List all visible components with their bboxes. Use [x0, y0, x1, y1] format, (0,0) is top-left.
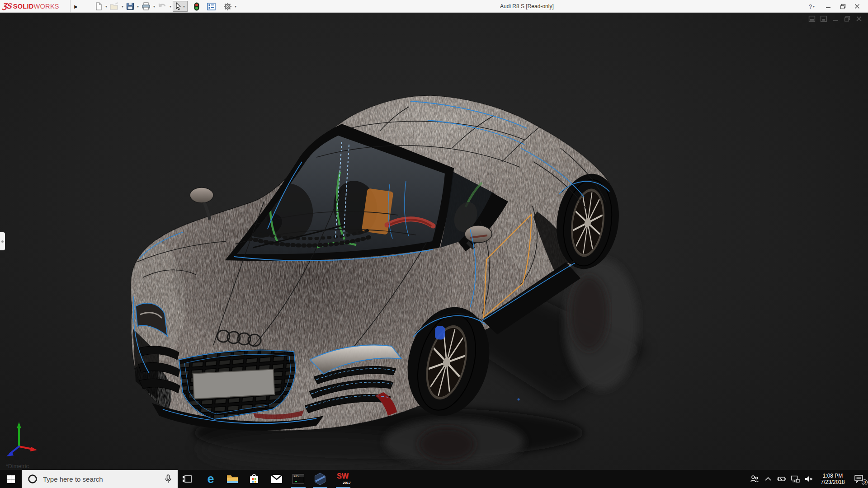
display-pane-icon [207, 3, 216, 10]
document-window-controls [808, 15, 863, 22]
hexagon-app-button[interactable] [310, 470, 330, 488]
command-prompt-icon: C:\_ [292, 474, 304, 484]
options-button[interactable] [222, 1, 233, 12]
open-caret[interactable]: ▾ [122, 5, 123, 9]
search-input[interactable] [42, 475, 151, 483]
options-caret[interactable]: ▾ [235, 5, 236, 9]
open-folder-icon [110, 2, 119, 10]
window-title: Audi R8 S [Read-only] [500, 0, 554, 13]
quick-toolbar: ▾ ▾ ▾ ▾ ▾ [93, 0, 238, 13]
volume-muted-icon [804, 475, 813, 483]
save-floppy-icon [126, 2, 134, 10]
tray-overflow-button[interactable] [761, 470, 775, 488]
toolbar-expand-arrow[interactable]: ▶ [72, 0, 80, 13]
undo-button[interactable] [156, 1, 168, 12]
new-document-button[interactable] [93, 1, 104, 12]
close-button[interactable] [851, 0, 863, 13]
edge-icon: e [207, 473, 214, 485]
open-button[interactable] [108, 1, 120, 12]
undo-caret[interactable]: ▾ [170, 5, 171, 9]
clock-date: 7/23/2018 [816, 479, 850, 485]
traffic-light-icon [194, 2, 199, 11]
print-caret[interactable]: ▾ [153, 5, 155, 9]
windows-taskbar: e C:\_ [0, 470, 868, 488]
file-explorer-button[interactable] [222, 470, 242, 488]
command-prompt-button[interactable]: C:\_ [288, 470, 308, 488]
close-icon [854, 4, 860, 9]
task-view-icon [182, 474, 193, 484]
close-doc-icon[interactable] [855, 15, 863, 22]
display-pane-button[interactable] [206, 1, 217, 12]
store-icon [249, 474, 259, 484]
solidworks-2017-icon: SW 2017 [336, 472, 350, 486]
view-orientation-label: *Dimetric [6, 463, 29, 469]
graphics-viewport[interactable]: *Dimetric [0, 13, 868, 470]
minimize-icon [826, 4, 831, 9]
mail-button[interactable] [267, 470, 287, 488]
action-center-button[interactable]: 3 [850, 470, 868, 488]
left-mirror [190, 188, 213, 220]
minimize-button[interactable] [822, 0, 835, 13]
save-button[interactable] [125, 1, 136, 12]
battery-button[interactable] [775, 470, 788, 488]
undo-icon [158, 2, 167, 10]
orientation-triad [4, 420, 39, 462]
rebuild-button[interactable] [193, 1, 201, 12]
taskbar-clock[interactable]: 1:08 PM 7/23/2018 [816, 473, 850, 485]
restore-icon [840, 4, 846, 9]
select-cursor-icon [174, 2, 182, 10]
print-button[interactable] [140, 1, 152, 12]
notification-badge: 3 [862, 479, 868, 485]
system-tray: 1:08 PM 7/23/2018 3 [748, 470, 868, 488]
brake-caliper [435, 326, 445, 340]
store-button[interactable] [244, 470, 264, 488]
network-icon [791, 475, 800, 483]
car-model-audi-r8 [0, 13, 868, 470]
windows-logo-icon [7, 475, 15, 483]
taskbar-search[interactable] [22, 470, 178, 488]
pane-right-icon[interactable] [820, 15, 827, 22]
license-plate [193, 369, 275, 399]
battery-charging-icon [777, 476, 787, 482]
select-caret[interactable]: ▾ [183, 5, 185, 9]
people-icon [750, 475, 759, 483]
restore-button[interactable] [836, 0, 849, 13]
window-controls: ? ▾ [805, 0, 863, 13]
minimize-doc-icon[interactable] [832, 15, 839, 22]
people-button[interactable] [748, 470, 761, 488]
microphone-icon[interactable] [164, 474, 172, 483]
cortana-icon [28, 474, 38, 484]
new-caret[interactable]: ▾ [105, 5, 107, 9]
restore-doc-icon[interactable] [844, 15, 851, 22]
feature-panel-flyout-tab[interactable] [0, 232, 5, 250]
help-button[interactable]: ? ▾ [805, 0, 820, 13]
mail-icon [271, 474, 283, 483]
new-document-icon [94, 2, 103, 10]
pane-left-icon[interactable] [808, 15, 816, 22]
3ds-mark: ƷS [2, 2, 13, 11]
task-view-button[interactable] [177, 470, 197, 488]
print-icon [142, 2, 151, 10]
network-button[interactable] [788, 470, 802, 488]
hexagon-app-icon [314, 473, 326, 485]
divider [70, 0, 71, 13]
left-vent-slats [138, 346, 180, 393]
solidworks-app-button[interactable]: SW 2017 [333, 470, 353, 488]
gear-icon [223, 2, 232, 11]
titlebar: ƷS SOLID WORKS ▶ ▾ ▾ ▾ [0, 0, 868, 13]
save-caret[interactable]: ▾ [137, 5, 139, 9]
chevron-up-icon [764, 476, 772, 482]
start-button[interactable] [0, 470, 22, 488]
select-tool-button[interactable]: ▾ [173, 1, 188, 12]
tab-dot [1, 240, 4, 243]
edge-button[interactable]: e [201, 470, 221, 488]
volume-button[interactable] [802, 470, 816, 488]
clock-time: 1:08 PM [816, 473, 850, 479]
solidworks-logo: ƷS SOLID WORKS [3, 0, 59, 13]
file-explorer-icon [226, 474, 238, 484]
triad-x-axis [19, 446, 33, 449]
